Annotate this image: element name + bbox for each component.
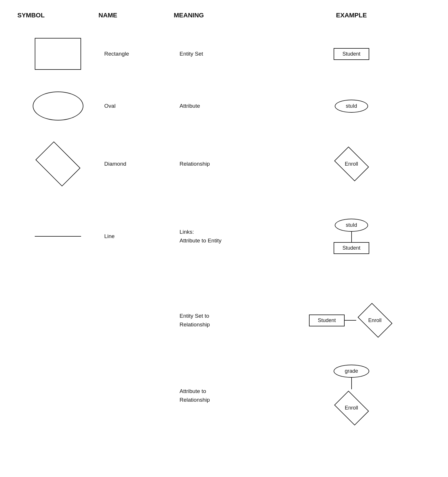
meaning-entity-rel-text2: Relationship [180,320,210,329]
example-line: stuId Student [272,216,431,257]
meaning-line-text2: Attribute to Entity [180,236,222,245]
row-rectangle: Rectangle Entity Set Student [17,28,431,80]
name-rectangle: Rectangle [98,48,174,60]
example-enroll3-label: Enroll [345,405,358,411]
meaning-entity-rel: Entity Set to Relationship [174,309,272,332]
symbol-rectangle [17,32,98,76]
meaning-attr-rel: Attribute to Relationship [174,384,272,407]
example-grade-oval: grade [334,365,369,378]
meaning-entity-rel-text1: Entity Set to [180,312,210,320]
rectangle-shape [35,38,81,70]
name-diamond: Diamond [98,158,174,170]
meaning-line-text1: Links: [180,228,222,236]
header-name: NAME [98,12,174,22]
example-attr-rel: grade Enroll [272,362,431,430]
diamond-wrapper [39,145,77,183]
header-meaning: MEANING [174,12,272,22]
symbol-oval [17,86,98,126]
row-diamond: Diamond Relationship Enroll [17,132,431,196]
example-oval: stuId [272,97,431,116]
header-symbol: SYMBOL [17,12,98,22]
example-enroll2-label: Enroll [368,317,382,324]
example-enroll-diamond3-wrapper: Enroll [333,389,370,427]
meaning-attr-rel-text1: Attribute to [180,387,210,396]
name-oval: Oval [98,100,174,112]
spacer1 [17,277,431,291]
row-oval: Oval Attribute stuId [17,80,431,132]
example-rectangle: Student [272,45,431,63]
example-diamond: Enroll [272,142,431,186]
spacer2 [17,349,431,358]
diamond-shape [35,141,81,187]
connector-line [351,232,352,242]
oval-shape [33,92,83,120]
name-line: Line [98,230,174,242]
meaning-diamond: Relationship [174,158,272,170]
header-example: EXAMPLE [272,12,431,22]
example-enroll-diamond2-wrapper: Enroll [356,301,394,339]
example-stuid-oval: stuId [335,100,368,113]
page: SYMBOL NAME MEANING EXAMPLE Rectangle En… [0,0,448,445]
row-line: Line Links: Attribute to Entity stuId St… [17,196,431,277]
header-row: SYMBOL NAME MEANING EXAMPLE [17,12,431,22]
example-entity-rel: Student Enroll [272,299,431,342]
example-stuid-label: stuId [335,219,368,232]
symbol-diamond [17,139,98,189]
example-student-rect2: Student [309,315,344,326]
example-student-rect: Student [334,48,369,60]
example-enroll-diamond-wrapper: Enroll [333,145,370,183]
symbol-line [17,230,98,243]
row-attr-rel: Attribute to Relationship grade Enroll [17,358,431,433]
connector-line2 [351,378,352,389]
line-example-group: stuId Student [334,219,369,254]
line-shape [35,236,81,237]
example-enroll-label: Enroll [345,161,358,167]
meaning-oval: Attribute [174,100,272,112]
horizontal-line [345,320,356,321]
row-entity-rel: Entity Set to Relationship Student Enrol… [17,291,431,349]
example-student-label: Student [334,242,369,254]
meaning-attr-rel-text2: Relationship [180,396,210,404]
meaning-line: Links: Attribute to Entity [174,225,272,248]
attr-rel-example-group: grade Enroll [333,365,370,427]
meaning-rectangle: Entity Set [174,48,272,60]
entity-rel-example-group: Student Enroll [309,301,394,339]
